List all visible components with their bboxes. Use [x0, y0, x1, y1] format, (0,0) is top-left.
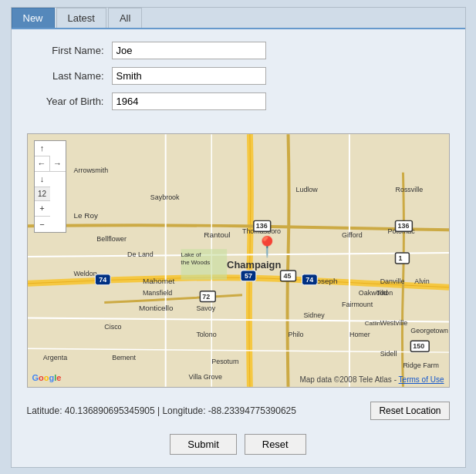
svg-text:Catlin: Catlin: [364, 320, 380, 327]
svg-text:45: 45: [283, 271, 291, 279]
svg-text:Champaign: Champaign: [227, 258, 281, 270]
svg-text:Sidney: Sidney: [303, 311, 325, 319]
svg-text:Lake of: Lake of: [181, 251, 201, 258]
svg-text:Ridge Farm: Ridge Farm: [403, 361, 439, 368]
svg-text:1: 1: [398, 254, 402, 262]
tab-new[interactable]: New: [12, 8, 55, 28]
svg-text:Alvin: Alvin: [414, 277, 429, 284]
google-logo: Google: [32, 373, 62, 382]
svg-text:Cisco: Cisco: [104, 323, 121, 331]
svg-text:Rantoul: Rantoul: [204, 230, 230, 239]
svg-text:Gifford: Gifford: [342, 231, 363, 239]
map-container[interactable]: Le Roy Weldon De Land Monticello Champai…: [27, 133, 450, 388]
svg-text:Argenta: Argenta: [42, 354, 66, 361]
svg-text:Westville: Westville: [380, 319, 407, 327]
reset-location-button[interactable]: Reset Location: [370, 402, 449, 420]
map-zoom-level: 12: [35, 187, 50, 201]
tab-latest[interactable]: Latest: [56, 8, 106, 28]
svg-text:Weldon: Weldon: [73, 269, 96, 277]
svg-text:74: 74: [306, 275, 313, 283]
svg-text:Philo: Philo: [288, 331, 303, 338]
map-controls: ↑ ← → ↓ 12 + −: [34, 140, 66, 233]
last-name-row: Last Name:: [27, 67, 450, 85]
svg-text:Mansfield: Mansfield: [142, 288, 171, 296]
tab-all[interactable]: All: [108, 8, 142, 28]
map-zoom-out-button[interactable]: −: [35, 217, 50, 232]
svg-text:Savoy: Savoy: [196, 304, 215, 311]
map-pan-up-button[interactable]: ↑: [35, 141, 50, 156]
coords-row: Latitude: 40.136890695345905 | Longitude…: [12, 395, 465, 426]
first-name-label: First Name:: [27, 45, 112, 56]
map-attribution: Map data ©2008 Tele Atlas - Terms of Use: [299, 375, 444, 384]
svg-text:Villa Grove: Villa Grove: [188, 372, 222, 380]
map-pan-down-button[interactable]: ↓: [35, 172, 50, 187]
reset-button[interactable]: Reset: [245, 434, 306, 455]
svg-text:Ludlow: Ludlow: [295, 185, 318, 193]
svg-text:Le Roy: Le Roy: [73, 211, 97, 220]
form-area: First Name: Last Name: Year of Birth:: [12, 29, 465, 126]
svg-text:136: 136: [255, 222, 267, 230]
terms-of-use-link[interactable]: Terms of Use: [399, 375, 444, 384]
tab-bar: New Latest All: [12, 8, 465, 29]
year-of-birth-input[interactable]: [112, 92, 266, 110]
map-marker: 📍: [255, 235, 279, 259]
svg-text:De Land: De Land: [127, 250, 154, 258]
svg-text:Fairmount: Fairmount: [342, 300, 373, 308]
form-buttons: Submit Reset: [12, 426, 465, 467]
svg-text:Homer: Homer: [349, 331, 370, 338]
svg-text:Sidell: Sidell: [380, 350, 397, 358]
svg-text:the Woods: the Woods: [181, 258, 210, 265]
first-name-row: First Name:: [27, 42, 450, 59]
svg-text:Saybrook: Saybrook: [150, 193, 179, 200]
svg-text:72: 72: [202, 292, 210, 300]
svg-text:Danville: Danville: [380, 277, 404, 284]
svg-text:57: 57: [244, 271, 252, 279]
first-name-input[interactable]: [112, 42, 266, 59]
svg-text:Georgetown: Georgetown: [410, 327, 448, 334]
map-zoom-in-button[interactable]: +: [35, 201, 50, 217]
year-of-birth-row: Year of Birth:: [27, 92, 450, 110]
svg-text:Pesotum: Pesotum: [211, 358, 238, 365]
svg-text:Bement: Bement: [112, 354, 136, 361]
svg-text:Arrowsmith: Arrowsmith: [73, 166, 108, 173]
svg-text:Monticello: Monticello: [138, 303, 173, 311]
last-name-input[interactable]: [112, 67, 266, 85]
svg-text:Oakwood: Oakwood: [358, 288, 387, 296]
map-pan-left-button[interactable]: ←: [35, 156, 50, 172]
svg-text:74: 74: [99, 275, 106, 283]
last-name-label: Last Name:: [27, 70, 112, 82]
svg-text:Bellflower: Bellflower: [96, 235, 127, 243]
svg-text:Rossville: Rossville: [395, 185, 423, 193]
svg-text:150: 150: [413, 342, 424, 350]
main-container: New Latest All First Name: Last Name: Ye…: [11, 7, 466, 468]
submit-button[interactable]: Submit: [170, 434, 236, 455]
svg-text:Tolono: Tolono: [196, 331, 216, 338]
svg-text:136: 136: [397, 222, 409, 230]
map-svg: Le Roy Weldon De Land Monticello Champai…: [28, 134, 449, 387]
year-of-birth-label: Year of Birth:: [27, 96, 112, 107]
map-pan-right-button[interactable]: →: [50, 156, 66, 172]
svg-text:Mahomet: Mahomet: [142, 276, 174, 284]
coordinates-text: Latitude: 40.136890695345905 | Longitude…: [27, 405, 296, 416]
